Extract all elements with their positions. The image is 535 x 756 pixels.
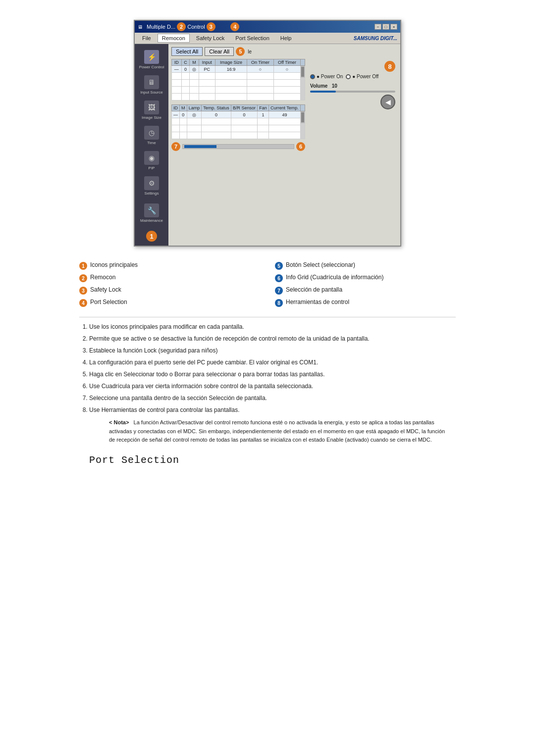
cell-on-timer: ○ [247, 66, 273, 73]
instructions-list: Use los iconos principales para modifica… [50, 322, 485, 445]
ui-window: 🖥 Multiple D... 2 Control 3 4 − □ × File [134, 20, 401, 247]
settings-icon: ⚙ [144, 176, 159, 190]
sidebar-label-input: Input Source [140, 90, 162, 95]
content-area: Select All Clear All 5 le ID [168, 44, 400, 246]
tables-section: ID C M Input Image Size On Timer Off Tim… [171, 59, 305, 151]
table-row: — 0 ◎ PC 16:9 ○ ○ [172, 66, 305, 73]
legend-item-1: 1 Iconos principales [79, 261, 260, 270]
cell2-m: 0 [180, 111, 187, 118]
list-item-1: Use los iconos principales para modifica… [89, 322, 446, 331]
th2-fan: Fan [258, 105, 269, 111]
cell-id: — [172, 66, 182, 73]
legend-badge-2: 2 [79, 274, 87, 282]
clear-all-button[interactable]: Clear All [205, 47, 234, 56]
badge-2: 2 [177, 22, 186, 31]
menu-bar: File Remocon Safety Lock Port Selection … [135, 33, 400, 44]
sidebar-item-time[interactable]: ◷ Time [137, 124, 166, 147]
cell-input: PC [199, 66, 215, 73]
sidebar-item-maintenance[interactable]: 🔧 Maintenance [137, 202, 166, 225]
sidebar-item-input-source[interactable]: 🖥 Input Source [137, 73, 166, 97]
menu-file[interactable]: File [138, 34, 156, 43]
badge-3: 3 [207, 22, 215, 31]
samsung-logo: SAMSUNG DIGIT... [354, 36, 397, 41]
power-off-button[interactable]: ● Power Off [346, 74, 378, 79]
badge-5: 5 [236, 47, 245, 56]
badge-1: 1 [146, 231, 157, 242]
list-item-2: Permite que se active o se desactive la … [89, 334, 446, 343]
th2-br-sensor: B/R Sensor [231, 105, 258, 111]
note-block: < Nota> La función Activar/Desactivar de… [109, 418, 446, 445]
legend-badge-6: 6 [275, 274, 283, 282]
legend-item-4: 4 Port Selection [79, 299, 260, 307]
data-table-2: ID M Lamp Temp. Status B/R Sensor Fan Cu… [171, 104, 305, 139]
power-on-radio [310, 74, 315, 79]
power-on-button[interactable]: ● Power On [310, 74, 343, 79]
list-item-5: Haga clic en Seleccionar todo o Borrar p… [89, 370, 446, 379]
th-scroll [301, 59, 305, 66]
legend-badge-3: 3 [79, 287, 87, 295]
menu-port-selection[interactable]: Port Selection [231, 34, 273, 43]
volume-slider-fill [310, 91, 336, 93]
sidebar-item-image-size[interactable]: 🖼 Image Size [137, 99, 166, 122]
cell-c: 0 [181, 66, 190, 73]
scroll-area-1 [301, 66, 305, 101]
corner-button[interactable]: ◀ [380, 95, 395, 109]
cell2-id: — [172, 111, 180, 118]
time-icon: ◷ [144, 126, 159, 140]
minimize-button[interactable]: − [374, 24, 381, 30]
toolbar: Select All Clear All 5 le [171, 47, 397, 56]
th-input: Input [199, 59, 215, 66]
legend-section: 1 Iconos principales 2 Remocon 3 Safety … [50, 261, 485, 307]
title-bar-controls: − □ × [374, 24, 397, 30]
legend-right: 5 Botón Select (seleccionar) 6 Info Grid… [275, 261, 456, 307]
legend-text-1: Iconos principales [90, 261, 138, 268]
sidebar-label-time: Time [147, 141, 156, 145]
cell2-current-temp: 49 [268, 111, 300, 118]
sidebar-label-pip: PIP [149, 166, 155, 170]
table-row [172, 73, 305, 80]
maximize-button[interactable]: □ [382, 24, 389, 30]
title-bar-left: 🖥 Multiple D... 2 Control 3 4 [138, 22, 239, 31]
legend-text-7: Selección de pantalla [286, 286, 342, 293]
legend-item-8: 8 Herramientas de control [275, 299, 456, 307]
table-row: — 0 ◎ 0 0 1 49 [172, 111, 305, 118]
power-off-radio [346, 74, 351, 79]
legend-item-3: 3 Safety Lock [79, 286, 260, 295]
th2-lamp: Lamp [187, 105, 202, 111]
right-panel: 8 ● Power On ● Power Off [308, 59, 397, 151]
cell2-temp-status: 0 [202, 111, 231, 118]
legend-badge-8: 8 [275, 299, 283, 307]
table-row [172, 118, 305, 125]
cell-off-timer: ○ [274, 66, 301, 73]
th2-id: ID [172, 105, 180, 111]
volume-slider-track[interactable] [310, 91, 395, 93]
menu-remocon[interactable]: Remocon [158, 34, 190, 43]
page-heading: Port Selection [89, 454, 446, 466]
select-all-button[interactable]: Select All [171, 47, 203, 56]
sidebar-label-maintenance: Maintenance [140, 218, 163, 223]
th2-m: M [180, 105, 187, 111]
sidebar-item-pip[interactable]: ◉ PIP [137, 149, 166, 172]
cell-image-size: 16:9 [215, 66, 247, 73]
th-m: M [190, 59, 199, 66]
menu-safety-lock[interactable]: Safety Lock [192, 34, 229, 43]
screen-selection-bar: 7 6 [171, 142, 305, 151]
image-size-icon: 🖼 [144, 101, 159, 114]
maintenance-icon: 🔧 [144, 203, 159, 217]
badge-7: 7 [171, 142, 180, 151]
close-button[interactable]: × [390, 24, 397, 30]
table-row [172, 125, 305, 132]
divider [79, 317, 456, 317]
badge-4: 4 [230, 22, 239, 31]
th-on-timer: On Timer [247, 59, 273, 66]
legend-item-5: 5 Botón Select (seleccionar) [275, 261, 456, 270]
legend-item-2: 2 Remocon [79, 274, 260, 282]
legend-badge-5: 5 [275, 262, 283, 270]
legend-badge-4: 4 [79, 299, 87, 307]
sidebar-item-power-control[interactable]: ⚡ Power Control [137, 48, 166, 71]
toolbar-extra: le [248, 49, 252, 54]
table-row [172, 80, 305, 87]
sidebar-item-settings[interactable]: ⚙ Settings [137, 174, 166, 198]
menu-help[interactable]: Help [276, 34, 296, 43]
th2-scroll [301, 105, 305, 111]
